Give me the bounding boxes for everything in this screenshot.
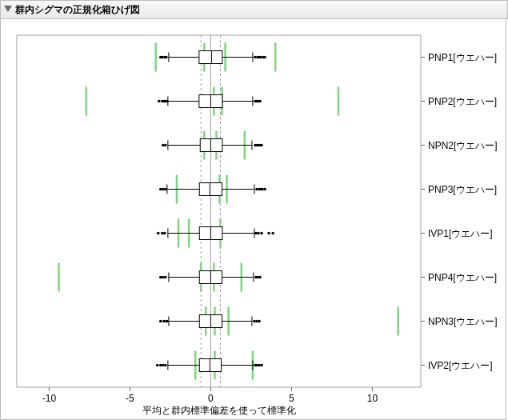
boxplot-chart: -10-50510平均と群内標準偏差を使って標準化PNP1[ウエハー]PNP2[… [0,19,506,420]
svg-point-110 [260,232,263,235]
svg-point-52 [166,100,169,103]
svg-point-56 [258,100,262,103]
svg-point-105 [157,232,160,235]
svg-text:10: 10 [367,393,378,404]
svg-text:PNP2[ウエハー]: PNP2[ウエハー] [428,96,497,107]
svg-point-149 [258,320,261,323]
svg-rect-66 [200,139,222,152]
panel-title: 群内シグマの正規化箱ひげ図 [15,3,140,17]
svg-text:PNP4[ウエハー]: PNP4[ウエハー] [428,272,497,283]
svg-point-146 [166,320,169,323]
svg-text:0: 0 [208,393,214,404]
svg-point-48 [158,100,161,103]
svg-point-168 [260,364,263,367]
svg-point-74 [260,144,263,147]
svg-point-143 [159,320,162,323]
svg-rect-159 [199,359,221,372]
svg-point-112 [271,232,274,235]
svg-point-127 [164,276,167,279]
svg-text:PNP1[ウエハー]: PNP1[ウエハー] [428,52,497,63]
svg-text:IVP2[ウエハー]: IVP2[ウエハー] [428,360,493,371]
svg-point-107 [163,232,166,235]
svg-text:平均と群内標準偏差を使って標準化: 平均と群内標準偏差を使って標準化 [142,405,296,416]
svg-text:IVP1[ウエハー]: IVP1[ウエハー] [428,228,493,239]
svg-point-69 [164,144,167,147]
svg-rect-24 [199,51,222,64]
svg-text:-5: -5 [126,393,134,404]
disclosure-triangle-icon[interactable] [4,6,12,14]
panel-header[interactable]: 群内シグマの正規化箱ひげ図 [0,0,508,19]
svg-point-161 [156,364,159,367]
svg-point-111 [267,232,270,235]
svg-point-164 [164,364,167,367]
svg-text:NPN2[ウエハー]: NPN2[ウエハー] [428,140,498,151]
svg-text:PNP3[ウエハー]: PNP3[ウエハー] [428,184,497,195]
svg-rect-84 [199,183,222,196]
svg-point-35 [263,56,266,59]
svg-text:NPN3[ウエハー]: NPN3[ウエハー] [428,316,498,327]
svg-text:-10: -10 [42,393,57,404]
svg-text:5: 5 [289,393,294,404]
svg-rect-1 [17,35,421,387]
svg-point-88 [164,188,167,191]
svg-marker-0 [4,6,12,12]
svg-point-130 [258,276,262,279]
svg-point-93 [263,188,266,191]
svg-point-29 [165,56,168,59]
svg-point-109 [257,232,260,235]
